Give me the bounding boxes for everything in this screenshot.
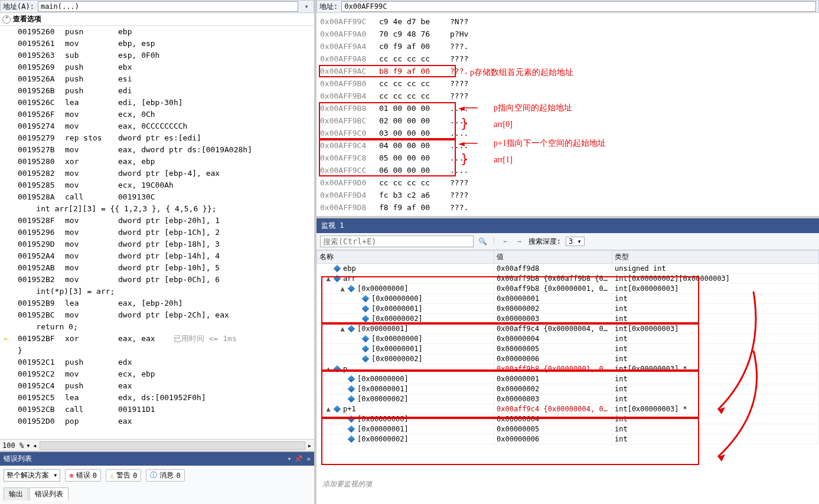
memory-row[interactable]: 0x00AFF9A4c0 f9 af 00???.: [320, 40, 815, 53]
watch-row[interactable]: [0x00000002]0x00000003int: [317, 314, 819, 324]
nav-forward-icon[interactable]: →: [514, 237, 523, 246]
disasm-row[interactable]: 001952B9leaeax, [ebp-20h]: [18, 297, 314, 309]
watch-search-input[interactable]: [320, 235, 474, 247]
expander-icon[interactable]: ▲: [325, 365, 331, 373]
errors-pill[interactable]: ⊗错误 0: [65, 469, 100, 482]
memory-row[interactable]: 0x00AFF9C404 00 00 00....: [320, 139, 815, 152]
memory-row[interactable]: 0x00AFF9D8f8 f9 af 00???.: [320, 201, 815, 214]
memory-row[interactable]: 0x00AFF9C003 00 00 00....: [320, 127, 815, 139]
watch-row[interactable]: ▲[0x00000000]0x00aff9b8 {0x00000001, 0..…: [317, 284, 819, 294]
memory-row[interactable]: 0x00AFF9ACb8 f9 af 00???.: [320, 65, 815, 77]
disasm-row[interactable]: int(*p)[3] = arr;: [18, 286, 314, 297]
disasm-row[interactable]: 001952D0popeax: [18, 415, 314, 427]
watch-grid[interactable]: 名称 值 类型 ebp0x00aff9d8unsigned int▲arr0x0…: [316, 250, 819, 444]
watch-row[interactable]: [0x00000002]0x00000006int: [317, 434, 819, 444]
expander-icon[interactable]: ▲: [325, 405, 331, 413]
watch-row[interactable]: [0x00000000]0x00000001int: [317, 294, 819, 304]
disasm-row[interactable]: 001952A4movdword ptr [ebp-14h], 4: [18, 250, 314, 262]
memory-row[interactable]: 0x00AFF9B4cc cc cc cc????: [320, 90, 815, 102]
disasm-row[interactable]: 001952ABmovdword ptr [ebp-10h], 5: [18, 262, 314, 274]
memory-row[interactable]: 0x00AFF9A070 c9 48 76p?Hv: [320, 28, 815, 40]
disasm-row[interactable]: 001952C1pushedx: [18, 356, 314, 368]
memory-row[interactable]: 0x00AFF9CC06 00 00 00....: [320, 164, 815, 176]
memory-address-input[interactable]: [341, 1, 816, 12]
disasm-row[interactable]: 0019528Fmovdword ptr [ebp-20h], 1: [18, 215, 314, 227]
memory-row[interactable]: 0x00AFF9D4fc b3 c2 a6????: [320, 189, 815, 201]
memory-row[interactable]: 0x00AFF9D0cc cc cc cc????: [320, 176, 815, 189]
scroll-right-icon[interactable]: ▸: [308, 441, 312, 450]
expander-icon[interactable]: ▲: [340, 284, 345, 293]
disasm-row[interactable]: 0019527Bmoveax, dword ptr ds:[0019A028h]: [18, 144, 314, 156]
watch-row[interactable]: [0x00000001]0x00000005int: [317, 424, 819, 434]
tab-error-list[interactable]: 错误列表: [30, 487, 68, 500]
watch-row[interactable]: [0x00000001]0x00000002int: [317, 304, 819, 314]
disasm-row[interactable]: ➪001952BFxoreax, eax 已用时间 <= 1ms: [18, 333, 314, 345]
watch-row[interactable]: [0x00000002]0x00000003int: [317, 394, 819, 404]
watch-row[interactable]: [0x00000000]0x00000004int: [317, 414, 819, 424]
expand-toggle-icon[interactable]: ˅: [2, 15, 11, 24]
messages-pill[interactable]: ⓘ消息 0: [146, 469, 184, 482]
expander-icon[interactable]: ▲: [325, 274, 331, 283]
address-dropdown-icon[interactable]: ▾: [302, 2, 311, 11]
watch-row[interactable]: [0x00000001]0x00000002int: [317, 384, 819, 394]
disasm-row[interactable]: 001952CBcall001911D1: [18, 404, 314, 415]
disasm-row[interactable]: 001952BCmovdword ptr [ebp-2Ch], eax: [18, 309, 314, 321]
disasm-row[interactable]: 0019526Bpushedi: [18, 85, 314, 97]
disasm-row[interactable]: 0019528Acall0019130C: [18, 191, 314, 203]
depth-selector[interactable]: 3 ▾: [566, 237, 585, 246]
disasm-row[interactable]: 0019526Apushesi: [18, 73, 314, 85]
nav-back-icon[interactable]: ←: [501, 237, 510, 246]
disasm-row[interactable]: 00195285movecx, 19C00Ah: [18, 179, 314, 191]
address-input[interactable]: [38, 1, 298, 12]
watch-row[interactable]: [0x00000000]0x00000004int: [317, 334, 819, 344]
watch-row[interactable]: ▲[0x00000001]0x00aff9c4 {0x00000004, 0x.…: [317, 324, 819, 334]
disasm-row[interactable]: 00195282movdword ptr [ebp-4], eax: [18, 168, 314, 179]
col-value[interactable]: 值: [494, 251, 612, 264]
disasm-row[interactable]: 001952B2movdword ptr [ebp-0Ch], 6: [18, 274, 314, 286]
watch-row[interactable]: [0x00000000]0x00000001int: [317, 374, 819, 384]
disasm-row[interactable]: 0019529Dmovdword ptr [ebp-18h], 3: [18, 238, 314, 250]
scope-selector[interactable]: 整个解决方案 ▾: [4, 469, 60, 482]
disasm-row[interactable]: 001952C4pusheax: [18, 380, 314, 392]
zoom-dropdown-icon[interactable]: ▾: [26, 441, 30, 450]
col-name[interactable]: 名称: [317, 251, 494, 264]
watch-add-hint[interactable]: 添加要监视的项: [318, 477, 377, 492]
disasm-row[interactable]: 00195269pushebx: [18, 61, 314, 73]
disasm-row[interactable]: 0019526Fmovecx, 0Ch: [18, 109, 314, 120]
h-scrollbar[interactable]: [40, 441, 305, 450]
disassembly-view[interactable]: 00195260pusnebp00195261movebp, esp001952…: [0, 26, 314, 439]
warnings-pill[interactable]: ⚠警告 0: [106, 469, 141, 482]
watch-row[interactable]: ▲arr0x00aff9b8 {0x00aff9b8 {0x...int[0x0…: [317, 274, 819, 284]
disasm-row[interactable]: int arr[2][3] = {{ 1,2,3 }, { 4,5,6 }};: [18, 203, 314, 215]
dropdown-icon[interactable]: ▾: [288, 455, 292, 463]
memory-view[interactable]: 0x00AFF99Cc9 4e d7 be?N??0x00AFF9A070 c9…: [316, 13, 819, 216]
watch-row[interactable]: ▲p0x00aff9b8 {0x00000001, 0...int[0x0000…: [317, 364, 819, 374]
memory-row[interactable]: 0x00AFF9A8cc cc cc cc????: [320, 53, 815, 65]
memory-row[interactable]: 0x00AFF9BC02 00 00 00....: [320, 114, 815, 127]
pin-icon[interactable]: 📌: [295, 455, 303, 463]
expander-icon[interactable]: ▲: [340, 325, 345, 333]
disasm-row[interactable]: 00195263subesp, 0F0h: [18, 50, 314, 61]
disasm-row[interactable]: 0019526Cleaedi, [ebp-30h]: [18, 97, 314, 109]
watch-row[interactable]: ▲p+10x00aff9c4 {0x00000004, 0x...int[0x0…: [317, 404, 819, 414]
disasm-row[interactable]: 00195274moveax, 0CCCCCCCCh: [18, 120, 314, 132]
memory-row[interactable]: 0x00AFF99Cc9 4e d7 be?N??: [320, 15, 815, 28]
disasm-row[interactable]: 00195280xoreax, ebp: [18, 156, 314, 168]
watch-row[interactable]: [0x00000002]0x00000006int: [317, 354, 819, 364]
close-icon[interactable]: ✕: [306, 455, 311, 463]
disasm-row[interactable]: }: [18, 345, 314, 356]
disasm-row[interactable]: 00195261movebp, esp: [18, 38, 314, 50]
disasm-row[interactable]: 001952C2movecx, ebp: [18, 368, 314, 380]
scroll-left-icon[interactable]: ◂: [32, 441, 37, 450]
memory-row[interactable]: 0x00AFF9C805 00 00 00....: [320, 152, 815, 164]
tab-output[interactable]: 输出: [4, 487, 28, 500]
disasm-row[interactable]: 00195296movdword ptr [ebp-1Ch], 2: [18, 227, 314, 238]
disasm-row[interactable]: return 0;: [18, 321, 314, 333]
watch-row[interactable]: [0x00000001]0x00000005int: [317, 344, 819, 354]
col-type[interactable]: 类型: [612, 251, 819, 264]
search-icon[interactable]: 🔍: [478, 237, 487, 246]
memory-row[interactable]: 0x00AFF9B801 00 00 00....: [320, 102, 815, 114]
watch-row[interactable]: ebp0x00aff9d8unsigned int: [317, 264, 819, 274]
disasm-row[interactable]: 00195260pusnebp: [18, 26, 314, 38]
memory-row[interactable]: 0x00AFF9B0cc cc cc cc????: [320, 77, 815, 90]
